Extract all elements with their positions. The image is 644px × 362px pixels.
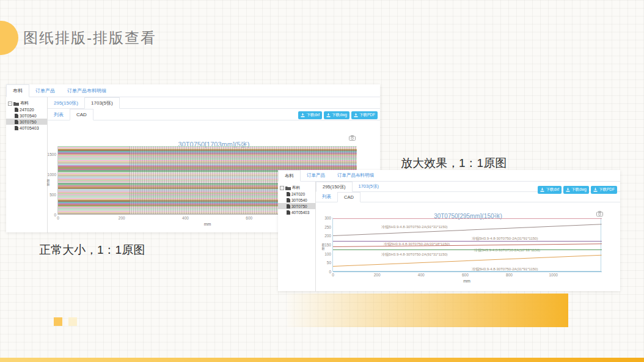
x-tick-800: 800 (506, 273, 513, 277)
file-icon (15, 108, 18, 112)
accent-square-light (68, 317, 77, 326)
tree-root[interactable]: −布料 (278, 185, 315, 191)
tree-root[interactable]: −布料 (6, 100, 47, 106)
series-strip-3 (333, 243, 602, 247)
view-tab-1[interactable]: CAD (337, 192, 360, 202)
accent-circle (0, 21, 18, 55)
x-tick-600: 600 (462, 273, 469, 277)
export-button-label: 下载dwg (571, 187, 587, 193)
file-icon (287, 210, 290, 215)
nav-tab-bar: 布料订单产品订单产品布料明细 (278, 170, 620, 182)
window-body: −布料24T02030T054030T075040T05403 295(150张… (278, 182, 620, 292)
tree-item-40T05403[interactable]: 40T05403 (6, 125, 47, 131)
series-sheet-top-edge (333, 218, 602, 219)
size-tab-0[interactable]: 295(150张) (316, 182, 353, 192)
tree-item-30T0750[interactable]: 30T0750 (6, 119, 47, 125)
export-button-2[interactable]: 下载PDF (591, 186, 617, 194)
export-button-1[interactable]: 下载dwg (324, 111, 349, 119)
export-button-1[interactable]: 下载dwg (563, 186, 589, 194)
tree-item-label: 24T020 (291, 192, 305, 196)
tree-root-label: 布料 (20, 100, 29, 106)
x-tick-200: 200 (374, 273, 381, 277)
export-button-group: 下载dxf下载dwg下载PDF (538, 186, 617, 194)
accent-square-dark (54, 317, 62, 326)
nav-tab-0[interactable]: 布料 (6, 84, 29, 97)
x-tick-200: 200 (119, 216, 125, 220)
view-tab-0[interactable]: 列表 (316, 192, 337, 202)
export-button-0[interactable]: 下载dxf (538, 186, 562, 194)
part-label-4: 冷辊5H3.9-4.8-30T0750-2A(91*31*1150) (381, 251, 447, 257)
x-tick-0: 0 (332, 273, 334, 277)
size-tab-bar: 295(150张)1703(5张) (48, 97, 380, 109)
tree-item-label: 30T0750 (20, 120, 37, 124)
download-icon (354, 113, 358, 117)
part-label-1: 冷辊5H3.9-4.8-30T0750-2A(31*91*1150) (472, 236, 538, 242)
collapse-icon[interactable]: − (280, 186, 284, 190)
file-icon (15, 114, 18, 118)
export-button-group: 下载dxf下载dwg下载PDF (298, 111, 378, 119)
size-tab-0[interactable]: 295(150张) (48, 97, 84, 108)
export-button-0[interactable]: 下载dxf (298, 111, 322, 119)
series-strip-5 (333, 255, 602, 267)
folder-icon (285, 186, 291, 190)
nav-tab-2[interactable]: 订单产品布料明细 (331, 170, 380, 181)
series-strip-2 (333, 241, 602, 242)
y-axis-label: mm (321, 243, 326, 250)
export-button-label: 下载PDF (359, 113, 375, 118)
y-tick-150: 150 (324, 243, 331, 247)
tree-item-30T0750[interactable]: 30T0750 (278, 203, 315, 209)
page-title: 图纸排版-排版查看 (23, 28, 156, 48)
part-label-0: 冷辊5H3.9-4.8-30T0750-2A(91*31*1150) (381, 224, 447, 229)
y-tick-300: 300 (324, 216, 331, 220)
size-tab-1[interactable]: 1703(5张) (353, 182, 385, 191)
nav-tab-1[interactable]: 订单产品 (301, 170, 331, 181)
caption-zoomed: 放大效果，1：1原图 (401, 155, 507, 171)
part-label-3: 冷辊5H3.9-4.8-30T0750-2A(18*33*1150) (474, 247, 540, 253)
y-tick-1500: 1500 (48, 152, 56, 157)
folder-icon (13, 102, 19, 106)
tree-item-30T0540[interactable]: 30T0540 (278, 197, 315, 203)
tree-item-24T020[interactable]: 24T020 (278, 191, 315, 197)
x-tick-1000: 1000 (549, 273, 557, 277)
y-tick-500: 500 (49, 193, 56, 197)
tree-item-24T020[interactable]: 24T020 (6, 106, 47, 113)
x-tick-600: 600 (246, 216, 252, 220)
x-tick-400: 400 (182, 216, 189, 220)
x-tick-0: 0 (57, 216, 59, 220)
bottom-accent-bar (0, 358, 644, 362)
view-tab-1[interactable]: CAD (70, 109, 93, 120)
download-icon (301, 113, 305, 117)
y-tick-250: 250 (324, 224, 331, 229)
file-icon (15, 120, 18, 124)
nav-tab-2[interactable]: 订单产品布料明细 (61, 84, 112, 97)
screenshot-zoomed: 布料订单产品订单产品布料明细 −布料24T02030T054030T075040… (278, 170, 620, 291)
tree-item-30T0540[interactable]: 30T0540 (6, 113, 47, 119)
material-tree: −布料24T02030T054030T075040T05403 (6, 97, 48, 233)
part-label-2: 冷辊5H3.9-4.8-30T0750-2A(33*18*1150) (384, 242, 450, 247)
tree-item-label: 40T05403 (20, 126, 39, 130)
tree-item-40T05403[interactable]: 40T05403 (278, 209, 315, 215)
nav-tab-1[interactable]: 订单产品 (29, 84, 61, 97)
presentation-slide: 图纸排版-排版查看 布料订单产品订单产品布料明细 −布料24T02030T054… (0, 0, 644, 362)
series-strip-4 (333, 249, 602, 250)
y-tick-200: 200 (324, 234, 331, 238)
series-sheet-bottom-edge (333, 272, 602, 272)
y-axis-label: mm (46, 179, 51, 186)
download-icon (593, 188, 598, 192)
tree-item-label: 30T0540 (20, 114, 37, 118)
nav-tab-0[interactable]: 布料 (278, 170, 301, 182)
download-icon (566, 188, 570, 192)
export-button-2[interactable]: 下载PDF (351, 111, 378, 119)
export-button-label: 下载PDF (599, 187, 615, 193)
collapse-icon[interactable]: − (8, 102, 12, 106)
export-button-label: 下载dxf (546, 187, 559, 193)
size-tab-1[interactable]: 1703(5张) (84, 97, 120, 109)
file-icon (287, 192, 290, 196)
main-panel: 295(150张)1703(5张) 列表CAD 下载dxf下载dwg下载PDF … (316, 182, 620, 292)
view-tab-0[interactable]: 列表 (48, 109, 70, 120)
file-icon (15, 126, 18, 130)
y-tick-50: 50 (327, 260, 331, 265)
file-icon (287, 198, 290, 202)
tree-item-label: 30T0540 (291, 198, 307, 202)
tree-item-label: 40T05403 (291, 210, 309, 215)
